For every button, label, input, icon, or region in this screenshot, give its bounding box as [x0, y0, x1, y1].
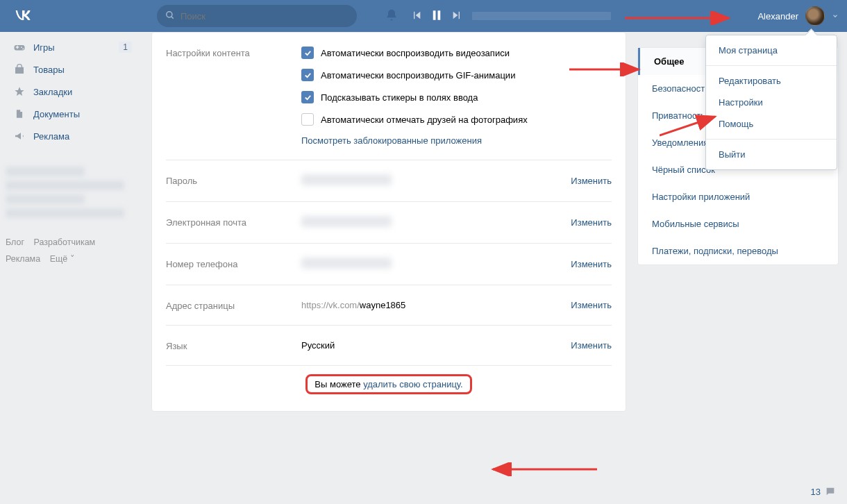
- email-label: Электронная почта: [166, 216, 301, 229]
- phone-value-blur: [301, 258, 392, 269]
- nav-badge: 1: [119, 42, 132, 53]
- section-content-label: Настройки контента: [166, 47, 301, 146]
- arrow-to-delete-link: [486, 462, 604, 476]
- delete-prefix: Вы можете: [315, 379, 363, 389]
- change-email-link[interactable]: Изменить: [571, 217, 612, 228]
- user-menu-trigger[interactable]: Alexander: [757, 6, 839, 26]
- footer-links: Блог Разработчикам Реклама Ещё ˅: [6, 235, 137, 268]
- check-label: Автоматически отмечать друзей на фотогра…: [321, 115, 528, 125]
- language-label: Язык: [166, 339, 301, 351]
- check-label: Подсказывать стикеры в полях ввода: [321, 92, 478, 103]
- delete-page-link[interactable]: удалить свою страницу.: [363, 379, 463, 389]
- password-value-blur: [301, 174, 392, 185]
- bell-icon[interactable]: [385, 8, 399, 24]
- search-input[interactable]: [181, 11, 349, 22]
- rnav-mobile[interactable]: Мобильные сервисы: [638, 210, 838, 237]
- footer-more[interactable]: Ещё ˅: [50, 254, 75, 264]
- checkbox-icon: [301, 91, 314, 103]
- blocked-apps-link[interactable]: Посмотреть заблокированные приложения: [301, 135, 482, 146]
- check-auto-gif[interactable]: Автоматически воспроизводить GIF-анимаци…: [301, 69, 612, 81]
- dd-exit[interactable]: Выйти: [706, 144, 837, 165]
- search-box[interactable]: [157, 5, 357, 27]
- delete-highlight-box: Вы можете удалить свою страницу.: [305, 374, 471, 394]
- footer-devs[interactable]: Разработчикам: [34, 237, 96, 247]
- checkbox-icon: [301, 113, 314, 126]
- dd-edit[interactable]: Редактировать: [706, 70, 837, 92]
- check-label: Автоматически воспроизводить видеозаписи: [321, 48, 510, 58]
- password-label: Пароль: [166, 174, 301, 187]
- user-dropdown: Моя страница Редактировать Настройки Пом…: [705, 35, 837, 170]
- track-title-blur: [472, 12, 611, 20]
- nav-label: Товары: [33, 65, 65, 75]
- svg-rect-2: [433, 10, 436, 20]
- star-icon: [12, 85, 26, 99]
- rnav-apps[interactable]: Настройки приложений: [638, 183, 838, 210]
- delete-page-line: Вы можете удалить свою страницу.: [166, 366, 612, 394]
- pause-icon[interactable]: [430, 9, 443, 24]
- next-track-icon[interactable]: [451, 10, 462, 23]
- nav-games[interactable]: Игры 1: [6, 36, 137, 58]
- megaphone-icon: [12, 129, 26, 143]
- change-address-link[interactable]: Изменить: [571, 300, 612, 310]
- nav-label: Закладки: [33, 87, 72, 97]
- chevron-down-icon: [832, 11, 839, 22]
- bag-icon: [12, 62, 26, 76]
- avatar: [805, 6, 825, 26]
- checkbox-icon: [301, 69, 314, 81]
- content-settings-section: Настройки контента Автоматически воспрои…: [166, 33, 612, 160]
- search-icon: [165, 10, 175, 22]
- change-language-link[interactable]: Изменить: [571, 340, 612, 351]
- chat-counter[interactable]: 13: [811, 486, 836, 497]
- language-section: Язык Русский Изменить: [166, 326, 612, 366]
- change-password-link[interactable]: Изменить: [571, 176, 612, 186]
- dd-my-page[interactable]: Моя страница: [706, 40, 837, 61]
- dd-help[interactable]: Помощь: [706, 113, 837, 135]
- prev-track-icon[interactable]: [411, 10, 422, 23]
- address-value: https://vk.com/wayne1865: [301, 300, 571, 310]
- address-label: Адрес страницы: [166, 299, 301, 311]
- top-header: Alexander: [0, 0, 847, 32]
- svg-point-0: [167, 11, 172, 17]
- left-blur-placeholder: [6, 167, 137, 218]
- check-stickers[interactable]: Подсказывать стикеры в полях ввода: [301, 91, 612, 103]
- nav-bookmarks[interactable]: Закладки: [6, 81, 137, 103]
- check-auto-tag[interactable]: Автоматически отмечать друзей на фотогра…: [301, 113, 612, 126]
- nav-label: Реклама: [33, 131, 69, 142]
- phone-label: Номер телефона: [166, 258, 301, 271]
- checkbox-icon: [301, 47, 314, 59]
- nav-label: Документы: [33, 109, 80, 119]
- nav-ads[interactable]: Реклама: [6, 125, 137, 147]
- address-section: Адрес страницы https://vk.com/wayne1865 …: [166, 285, 612, 326]
- phone-section: Номер телефона Изменить: [166, 244, 612, 285]
- change-phone-link[interactable]: Изменить: [571, 259, 612, 269]
- email-value-blur: [301, 216, 392, 227]
- gamepad-icon: [12, 40, 26, 54]
- footer-blog[interactable]: Блог: [6, 237, 24, 247]
- document-icon: [12, 107, 26, 121]
- vk-logo-icon[interactable]: [12, 6, 32, 27]
- dd-settings[interactable]: Настройки: [706, 92, 837, 113]
- password-section: Пароль Изменить: [166, 160, 612, 202]
- settings-main-panel: Настройки контента Автоматически воспрои…: [151, 32, 626, 412]
- nav-label: Игры: [33, 42, 55, 53]
- check-label: Автоматически воспроизводить GIF-анимаци…: [321, 70, 515, 81]
- email-section: Электронная почта Изменить: [166, 202, 612, 244]
- rnav-payments[interactable]: Платежи, подписки, переводы: [638, 237, 838, 264]
- language-value: Русский: [301, 340, 571, 351]
- user-name: Alexander: [757, 11, 798, 22]
- svg-rect-3: [438, 10, 441, 20]
- footer-ads[interactable]: Реклама: [6, 254, 40, 264]
- svg-line-1: [171, 16, 174, 18]
- nav-market[interactable]: Товары: [6, 58, 137, 81]
- left-sidebar: Игры 1 Товары Закладки Документы Реклама…: [6, 36, 137, 268]
- check-auto-video[interactable]: Автоматически воспроизводить видеозаписи: [301, 47, 612, 59]
- nav-docs[interactable]: Документы: [6, 103, 137, 125]
